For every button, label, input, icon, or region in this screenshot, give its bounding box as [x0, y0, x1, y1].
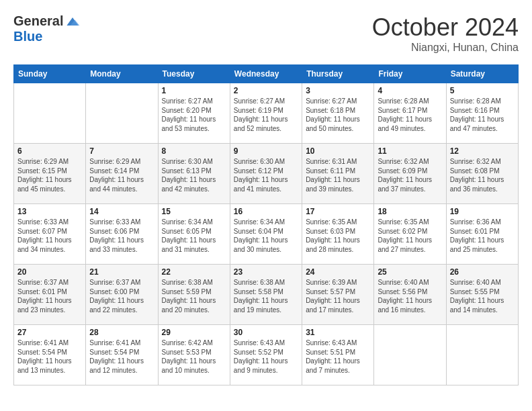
week-row-1: 1 Sunrise: 6:27 AM Sunset: 6:20 PM Dayli… [14, 83, 519, 144]
header-saturday: Saturday [446, 65, 518, 83]
sunrise-text: Sunrise: 6:30 AM [234, 158, 285, 165]
daylight-text: Daylight: 11 hours and 45 minutes. [17, 176, 72, 193]
day-info: Sunrise: 6:42 AM Sunset: 5:53 PM Dayligh… [162, 338, 226, 375]
daylight-text: Daylight: 11 hours and 20 minutes. [162, 297, 216, 314]
day-number: 14 [89, 207, 154, 216]
sunrise-text: Sunrise: 6:37 AM [17, 279, 69, 286]
sunset-text: Sunset: 6:19 PM [234, 107, 283, 114]
table-row: 22 Sunrise: 6:38 AM Sunset: 5:59 PM Dayl… [158, 265, 230, 325]
sunset-text: Sunset: 6:09 PM [378, 167, 427, 175]
table-row: 5 Sunrise: 6:28 AM Sunset: 6:16 PM Dayli… [446, 83, 518, 144]
sunset-text: Sunset: 5:57 PM [306, 288, 355, 295]
sunrise-text: Sunrise: 6:32 AM [378, 158, 429, 165]
sunset-text: Sunset: 6:03 PM [306, 228, 355, 235]
sunrise-text: Sunrise: 6:40 AM [378, 279, 429, 286]
daylight-text: Daylight: 11 hours and 23 minutes. [17, 297, 72, 314]
day-number: 9 [234, 146, 298, 156]
day-info: Sunrise: 6:27 AM Sunset: 6:19 PM Dayligh… [234, 97, 298, 133]
sunset-text: Sunset: 6:11 PM [306, 167, 355, 175]
day-number: 20 [17, 267, 82, 277]
table-row: 21 Sunrise: 6:37 AM Sunset: 6:00 PM Dayl… [86, 265, 158, 325]
sunset-text: Sunset: 5:51 PM [306, 349, 355, 356]
daylight-text: Daylight: 11 hours and 10 minutes. [162, 357, 216, 374]
day-info: Sunrise: 6:40 AM Sunset: 5:56 PM Dayligh… [378, 278, 442, 314]
title-block: October 2024 Niangxi, Hunan, China [372, 13, 519, 54]
sunset-text: Sunset: 6:02 PM [378, 228, 427, 235]
day-info: Sunrise: 6:35 AM Sunset: 6:02 PM Dayligh… [378, 218, 442, 254]
sunset-text: Sunset: 5:59 PM [162, 288, 212, 295]
month-title: October 2024 [372, 13, 519, 42]
daylight-text: Daylight: 11 hours and 44 minutes. [89, 176, 144, 193]
logo-blue-text: Blue [13, 29, 42, 44]
day-info: Sunrise: 6:33 AM Sunset: 6:07 PM Dayligh… [17, 218, 82, 254]
table-row: 19 Sunrise: 6:36 AM Sunset: 6:01 PM Dayl… [446, 204, 518, 265]
table-row: 11 Sunrise: 6:32 AM Sunset: 6:09 PM Dayl… [374, 144, 446, 204]
daylight-text: Daylight: 11 hours and 41 minutes. [234, 176, 288, 193]
sunset-text: Sunset: 6:00 PM [89, 288, 139, 295]
daylight-text: Daylight: 11 hours and 9 minutes. [234, 357, 288, 374]
daylight-text: Daylight: 11 hours and 36 minutes. [450, 176, 504, 193]
daylight-text: Daylight: 11 hours and 31 minutes. [162, 236, 216, 253]
sunrise-text: Sunrise: 6:29 AM [17, 158, 69, 165]
sunrise-text: Sunrise: 6:27 AM [306, 97, 357, 105]
table-row: 17 Sunrise: 6:35 AM Sunset: 6:03 PM Dayl… [302, 204, 374, 265]
sunrise-text: Sunrise: 6:37 AM [89, 279, 140, 286]
daylight-text: Daylight: 11 hours and 37 minutes. [378, 176, 432, 193]
sunset-text: Sunset: 6:20 PM [162, 107, 212, 114]
day-number: 19 [450, 207, 515, 216]
day-number: 15 [162, 207, 226, 216]
sunrise-text: Sunrise: 6:35 AM [378, 218, 429, 226]
table-row: 26 Sunrise: 6:40 AM Sunset: 5:55 PM Dayl… [446, 265, 518, 325]
daylight-text: Daylight: 11 hours and 27 minutes. [378, 236, 432, 253]
day-info: Sunrise: 6:40 AM Sunset: 5:55 PM Dayligh… [450, 278, 515, 314]
sunset-text: Sunset: 6:06 PM [89, 228, 139, 235]
table-row: 10 Sunrise: 6:31 AM Sunset: 6:11 PM Dayl… [302, 144, 374, 204]
sunset-text: Sunset: 5:56 PM [378, 288, 427, 295]
day-number: 11 [378, 146, 442, 156]
day-number: 30 [234, 328, 298, 337]
sunrise-text: Sunrise: 6:38 AM [162, 279, 213, 286]
sunset-text: Sunset: 6:13 PM [162, 167, 212, 175]
daylight-text: Daylight: 11 hours and 22 minutes. [89, 297, 144, 314]
sunrise-text: Sunrise: 6:43 AM [306, 339, 357, 347]
sunrise-text: Sunrise: 6:31 AM [306, 158, 357, 165]
table-row: 20 Sunrise: 6:37 AM Sunset: 6:01 PM Dayl… [14, 265, 86, 325]
calendar-table: Sunday Monday Tuesday Wednesday Thursday… [13, 64, 519, 385]
table-row: 18 Sunrise: 6:35 AM Sunset: 6:02 PM Dayl… [374, 204, 446, 265]
sunset-text: Sunset: 5:52 PM [234, 349, 283, 356]
daylight-text: Daylight: 11 hours and 16 minutes. [378, 297, 432, 314]
sunset-text: Sunset: 6:01 PM [17, 288, 67, 295]
daylight-text: Daylight: 11 hours and 13 minutes. [17, 357, 72, 374]
day-info: Sunrise: 6:36 AM Sunset: 6:01 PM Dayligh… [450, 218, 515, 254]
day-info: Sunrise: 6:34 AM Sunset: 6:05 PM Dayligh… [162, 218, 226, 254]
sunrise-text: Sunrise: 6:34 AM [162, 218, 213, 226]
day-number: 8 [162, 146, 226, 156]
daylight-text: Daylight: 11 hours and 53 minutes. [162, 116, 216, 132]
sunset-text: Sunset: 5:55 PM [450, 288, 500, 295]
table-row: 31 Sunrise: 6:43 AM Sunset: 5:51 PM Dayl… [302, 325, 374, 385]
sunrise-text: Sunrise: 6:28 AM [378, 97, 429, 105]
table-row: 30 Sunrise: 6:43 AM Sunset: 5:52 PM Dayl… [230, 325, 302, 385]
day-number: 6 [17, 146, 82, 156]
day-info: Sunrise: 6:37 AM Sunset: 6:01 PM Dayligh… [17, 278, 82, 314]
daylight-text: Daylight: 11 hours and 14 minutes. [450, 297, 504, 314]
day-info: Sunrise: 6:27 AM Sunset: 6:20 PM Dayligh… [162, 97, 226, 133]
header-friday: Friday [374, 65, 446, 83]
day-info: Sunrise: 6:43 AM Sunset: 5:51 PM Dayligh… [306, 338, 370, 375]
sunrise-text: Sunrise: 6:27 AM [162, 97, 213, 105]
table-row [446, 325, 518, 385]
day-info: Sunrise: 6:38 AM Sunset: 5:59 PM Dayligh… [162, 278, 226, 314]
sunset-text: Sunset: 6:14 PM [89, 167, 139, 175]
sunset-text: Sunset: 6:07 PM [17, 228, 67, 235]
day-info: Sunrise: 6:29 AM Sunset: 6:15 PM Dayligh… [17, 157, 82, 193]
table-row: 23 Sunrise: 6:38 AM Sunset: 5:58 PM Dayl… [230, 265, 302, 325]
sunrise-text: Sunrise: 6:40 AM [450, 279, 501, 286]
sunrise-text: Sunrise: 6:41 AM [17, 339, 69, 347]
day-number: 24 [306, 267, 370, 277]
day-number: 5 [450, 86, 515, 95]
table-row: 6 Sunrise: 6:29 AM Sunset: 6:15 PM Dayli… [14, 144, 86, 204]
week-row-2: 6 Sunrise: 6:29 AM Sunset: 6:15 PM Dayli… [14, 144, 519, 204]
daylight-text: Daylight: 11 hours and 19 minutes. [234, 297, 288, 314]
day-number: 17 [306, 207, 370, 216]
day-info: Sunrise: 6:43 AM Sunset: 5:52 PM Dayligh… [234, 338, 298, 375]
